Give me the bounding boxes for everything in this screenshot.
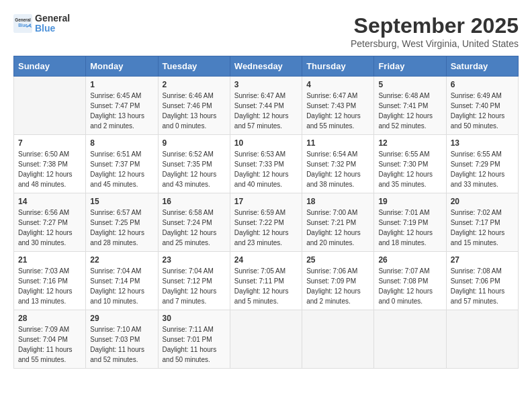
day-number: 28	[18, 314, 81, 323]
weekday-header-tuesday: Tuesday	[158, 56, 230, 77]
day-number: 13	[451, 138, 514, 148]
calendar-cell: 28Sunrise: 7:09 AMSunset: 7:04 PMDayligh…	[14, 310, 86, 369]
day-number: 19	[378, 197, 441, 206]
calendar-cell: 24Sunrise: 7:05 AMSunset: 7:11 PMDayligh…	[230, 252, 302, 310]
day-number: 12	[378, 138, 441, 148]
day-number: 18	[306, 197, 369, 206]
calendar-cell: 29Sunrise: 7:10 AMSunset: 7:03 PMDayligh…	[86, 310, 158, 369]
cell-content: Sunrise: 7:08 AMSunset: 7:06 PMDaylight:…	[451, 266, 514, 306]
calendar-cell	[14, 77, 86, 135]
day-number: 4	[306, 80, 369, 89]
day-number: 10	[234, 138, 298, 148]
calendar-cell	[302, 310, 374, 369]
day-number: 22	[90, 255, 153, 265]
day-number: 6	[451, 80, 514, 89]
cell-content: Sunrise: 6:55 AMSunset: 7:30 PMDaylight:…	[378, 149, 441, 189]
cell-content: Sunrise: 6:52 AMSunset: 7:35 PMDaylight:…	[163, 149, 226, 189]
calendar-week-3: 14Sunrise: 6:56 AMSunset: 7:27 PMDayligh…	[14, 193, 519, 252]
cell-content: Sunrise: 7:00 AMSunset: 7:21 PMDaylight:…	[306, 208, 369, 248]
svg-text:Blue: Blue	[18, 23, 28, 28]
cell-content: Sunrise: 6:48 AMSunset: 7:41 PMDaylight:…	[378, 91, 441, 131]
weekday-header-saturday: Saturday	[446, 56, 518, 77]
calendar-cell: 18Sunrise: 7:00 AMSunset: 7:21 PMDayligh…	[302, 193, 374, 252]
cell-content: Sunrise: 6:59 AMSunset: 7:22 PMDaylight:…	[234, 208, 298, 248]
logo-general-text: General	[35, 13, 70, 24]
day-number: 25	[306, 255, 369, 265]
weekday-header-row: SundayMondayTuesdayWednesdayThursdayFrid…	[14, 56, 519, 77]
calendar-cell: 14Sunrise: 6:56 AMSunset: 7:27 PMDayligh…	[14, 193, 86, 252]
calendar-cell: 12Sunrise: 6:55 AMSunset: 7:30 PMDayligh…	[374, 135, 446, 193]
calendar-cell: 27Sunrise: 7:08 AMSunset: 7:06 PMDayligh…	[446, 252, 518, 310]
cell-content: Sunrise: 6:56 AMSunset: 7:27 PMDaylight:…	[18, 208, 81, 248]
day-number: 23	[163, 255, 226, 265]
svg-text:General: General	[15, 18, 31, 23]
cell-content: Sunrise: 6:57 AMSunset: 7:25 PMDaylight:…	[90, 208, 153, 248]
calendar-cell: 3Sunrise: 6:47 AMSunset: 7:44 PMDaylight…	[230, 77, 302, 135]
calendar-cell: 8Sunrise: 6:51 AMSunset: 7:37 PMDaylight…	[86, 135, 158, 193]
cell-content: Sunrise: 6:54 AMSunset: 7:32 PMDaylight:…	[306, 149, 369, 189]
calendar-cell	[230, 310, 302, 369]
cell-content: Sunrise: 6:55 AMSunset: 7:29 PMDaylight:…	[451, 149, 514, 189]
cell-content: Sunrise: 7:06 AMSunset: 7:09 PMDaylight:…	[306, 266, 369, 306]
calendar-cell: 22Sunrise: 7:04 AMSunset: 7:14 PMDayligh…	[86, 252, 158, 310]
calendar-week-5: 28Sunrise: 7:09 AMSunset: 7:04 PMDayligh…	[14, 310, 519, 369]
calendar-cell: 4Sunrise: 6:47 AMSunset: 7:43 PMDaylight…	[302, 77, 374, 135]
calendar-cell: 9Sunrise: 6:52 AMSunset: 7:35 PMDaylight…	[158, 135, 230, 193]
calendar-cell: 13Sunrise: 6:55 AMSunset: 7:29 PMDayligh…	[446, 135, 518, 193]
calendar-cell: 26Sunrise: 7:07 AMSunset: 7:08 PMDayligh…	[374, 252, 446, 310]
calendar-cell: 16Sunrise: 6:58 AMSunset: 7:24 PMDayligh…	[158, 193, 230, 252]
cell-content: Sunrise: 6:51 AMSunset: 7:37 PMDaylight:…	[90, 149, 153, 189]
calendar-cell: 21Sunrise: 7:03 AMSunset: 7:16 PMDayligh…	[14, 252, 86, 310]
cell-content: Sunrise: 7:09 AMSunset: 7:04 PMDaylight:…	[18, 324, 81, 365]
weekday-header-monday: Monday	[86, 56, 158, 77]
day-number: 8	[90, 138, 153, 148]
calendar-cell: 23Sunrise: 7:04 AMSunset: 7:12 PMDayligh…	[158, 252, 230, 310]
cell-content: Sunrise: 6:58 AMSunset: 7:24 PMDaylight:…	[163, 208, 226, 248]
day-number: 20	[451, 197, 514, 206]
title-block: September 2025 Petersburg, West Virginia…	[351, 13, 519, 49]
logo: General Blue General Blue	[13, 13, 70, 34]
day-number: 29	[90, 314, 153, 323]
day-number: 11	[306, 138, 369, 148]
weekday-header-sunday: Sunday	[14, 56, 86, 77]
day-number: 26	[378, 255, 441, 265]
logo-blue-text: Blue	[35, 24, 70, 34]
day-number: 16	[163, 197, 226, 206]
calendar-cell	[446, 310, 518, 369]
day-number: 1	[90, 80, 153, 89]
calendar-cell: 10Sunrise: 6:53 AMSunset: 7:33 PMDayligh…	[230, 135, 302, 193]
day-number: 9	[163, 138, 226, 148]
day-number: 21	[18, 255, 81, 265]
calendar-cell: 7Sunrise: 6:50 AMSunset: 7:38 PMDaylight…	[14, 135, 86, 193]
calendar-cell: 5Sunrise: 6:48 AMSunset: 7:41 PMDaylight…	[374, 77, 446, 135]
calendar-cell: 11Sunrise: 6:54 AMSunset: 7:32 PMDayligh…	[302, 135, 374, 193]
cell-content: Sunrise: 7:04 AMSunset: 7:14 PMDaylight:…	[90, 266, 153, 306]
day-number: 5	[378, 80, 441, 89]
calendar-cell: 20Sunrise: 7:02 AMSunset: 7:17 PMDayligh…	[446, 193, 518, 252]
calendar-cell	[374, 310, 446, 369]
cell-content: Sunrise: 6:45 AMSunset: 7:47 PMDaylight:…	[90, 91, 153, 131]
day-number: 7	[18, 138, 81, 148]
day-number: 30	[163, 314, 226, 323]
cell-content: Sunrise: 6:50 AMSunset: 7:38 PMDaylight:…	[18, 149, 81, 189]
calendar-table: SundayMondayTuesdayWednesdayThursdayFrid…	[13, 56, 519, 369]
day-number: 14	[18, 197, 81, 206]
calendar-cell: 17Sunrise: 6:59 AMSunset: 7:22 PMDayligh…	[230, 193, 302, 252]
cell-content: Sunrise: 6:49 AMSunset: 7:40 PMDaylight:…	[451, 91, 514, 131]
day-number: 24	[234, 255, 298, 265]
day-number: 15	[90, 197, 153, 206]
cell-content: Sunrise: 7:04 AMSunset: 7:12 PMDaylight:…	[163, 266, 226, 306]
location: Petersburg, West Virginia, United States	[351, 38, 519, 49]
cell-content: Sunrise: 7:07 AMSunset: 7:08 PMDaylight:…	[378, 266, 441, 306]
cell-content: Sunrise: 6:53 AMSunset: 7:33 PMDaylight:…	[234, 149, 298, 189]
calendar-cell: 25Sunrise: 7:06 AMSunset: 7:09 PMDayligh…	[302, 252, 374, 310]
month-title: September 2025	[351, 13, 519, 38]
cell-content: Sunrise: 7:03 AMSunset: 7:16 PMDaylight:…	[18, 266, 81, 306]
calendar-cell: 6Sunrise: 6:49 AMSunset: 7:40 PMDaylight…	[446, 77, 518, 135]
day-number: 3	[234, 80, 298, 89]
calendar-week-4: 21Sunrise: 7:03 AMSunset: 7:16 PMDayligh…	[14, 252, 519, 310]
cell-content: Sunrise: 6:47 AMSunset: 7:44 PMDaylight:…	[234, 91, 298, 131]
weekday-header-thursday: Thursday	[302, 56, 374, 77]
calendar-week-2: 7Sunrise: 6:50 AMSunset: 7:38 PMDaylight…	[14, 135, 519, 193]
logo-icon: General Blue	[13, 14, 32, 33]
